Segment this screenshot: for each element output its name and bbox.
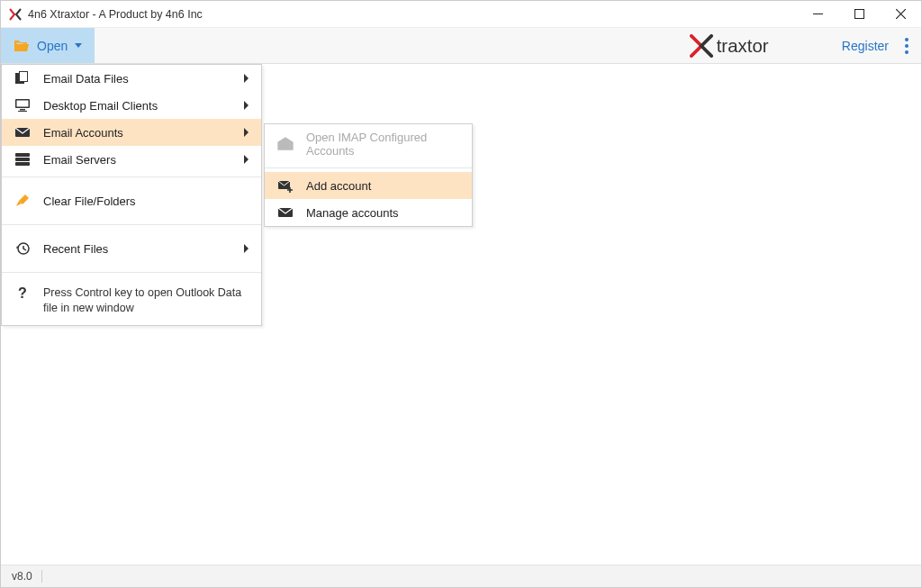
submenu-manage-accounts[interactable]: Manage accounts bbox=[265, 199, 472, 226]
window-title: 4n6 Xtraxtor - A Product by 4n6 Inc bbox=[28, 8, 797, 21]
folder-open-icon bbox=[14, 40, 30, 52]
submenu-label: Add account bbox=[306, 179, 459, 193]
window-controls bbox=[797, 1, 921, 27]
app-icon bbox=[8, 7, 23, 22]
menu-item-email-servers[interactable]: Email Servers bbox=[2, 146, 261, 173]
menu-item-desktop-clients[interactable]: Desktop Email Clients bbox=[2, 92, 261, 119]
statusbar: v8.0 bbox=[1, 565, 921, 587]
submenu-label: Manage accounts bbox=[306, 206, 459, 220]
menu-item-label: Email Accounts bbox=[43, 126, 231, 140]
server-icon bbox=[14, 152, 31, 167]
brand-logo: traxtor bbox=[690, 34, 824, 58]
open-button[interactable]: Open bbox=[1, 28, 95, 63]
open-button-label: Open bbox=[37, 39, 68, 53]
svg-rect-0 bbox=[813, 14, 823, 14]
envelope-icon bbox=[277, 205, 294, 220]
broom-icon bbox=[14, 194, 31, 208]
titlebar: 4n6 Xtraxtor - A Product by 4n6 Inc bbox=[1, 1, 921, 28]
open-dropdown-menu: Email Data Files Desktop Email Clients E… bbox=[1, 64, 262, 326]
files-icon bbox=[14, 71, 31, 86]
envelope-plus-icon bbox=[277, 178, 294, 193]
menu-item-clear[interactable]: Clear File/Folders bbox=[2, 181, 261, 221]
menu-item-label: Recent Files bbox=[43, 242, 231, 256]
svg-rect-13 bbox=[15, 162, 30, 166]
menu-hint-text: Press Control key to open Outlook Data f… bbox=[43, 285, 249, 316]
menu-item-label: Clear File/Folders bbox=[43, 194, 249, 208]
svg-rect-1 bbox=[854, 10, 863, 19]
menu-separator bbox=[2, 272, 261, 273]
help-icon: ? bbox=[14, 286, 31, 301]
chevron-right-icon bbox=[244, 128, 249, 137]
maximize-button[interactable] bbox=[838, 1, 880, 27]
menu-item-label: Email Data Files bbox=[43, 72, 231, 86]
menu-separator bbox=[2, 176, 261, 177]
more-options-button[interactable] bbox=[905, 38, 908, 54]
chevron-down-icon bbox=[75, 43, 82, 48]
status-divider bbox=[41, 570, 42, 583]
chevron-right-icon bbox=[244, 74, 249, 83]
svg-rect-5 bbox=[20, 72, 27, 81]
envelope-open-icon bbox=[277, 137, 294, 151]
chevron-right-icon bbox=[244, 155, 249, 164]
menu-item-email-data-files[interactable]: Email Data Files bbox=[2, 65, 261, 92]
svg-rect-8 bbox=[20, 109, 25, 111]
chevron-right-icon bbox=[244, 244, 249, 253]
menu-item-email-accounts[interactable]: Email Accounts bbox=[2, 119, 261, 146]
history-icon bbox=[14, 241, 31, 256]
content-area: Email Data Files Desktop Email Clients E… bbox=[1, 64, 921, 565]
svg-rect-11 bbox=[15, 153, 30, 157]
svg-text:traxtor: traxtor bbox=[717, 36, 769, 56]
minimize-button[interactable] bbox=[797, 1, 838, 27]
menu-item-label: Email Servers bbox=[43, 153, 231, 167]
submenu-add-account[interactable]: Add account bbox=[265, 172, 472, 199]
chevron-right-icon bbox=[244, 101, 249, 110]
desktop-icon bbox=[14, 98, 31, 113]
menu-separator bbox=[265, 167, 472, 168]
svg-rect-7 bbox=[17, 101, 29, 107]
submenu-label: Open IMAP Configured Accounts bbox=[306, 131, 459, 158]
menu-separator bbox=[2, 224, 261, 225]
menu-item-recent[interactable]: Recent Files bbox=[2, 229, 261, 268]
menu-item-label: Desktop Email Clients bbox=[43, 99, 231, 113]
envelope-icon bbox=[14, 125, 31, 140]
menu-hint: ? Press Control key to open Outlook Data… bbox=[2, 276, 261, 325]
version-label: v8.0 bbox=[12, 570, 32, 583]
email-accounts-submenu: Open IMAP Configured Accounts Add accoun… bbox=[264, 123, 473, 227]
svg-rect-12 bbox=[15, 158, 30, 161]
toolbar: Open traxtor Register bbox=[1, 28, 921, 64]
register-link[interactable]: Register bbox=[842, 39, 889, 53]
svg-rect-9 bbox=[18, 111, 27, 112]
submenu-open-imap: Open IMAP Configured Accounts bbox=[265, 124, 472, 164]
close-button[interactable] bbox=[880, 1, 921, 27]
